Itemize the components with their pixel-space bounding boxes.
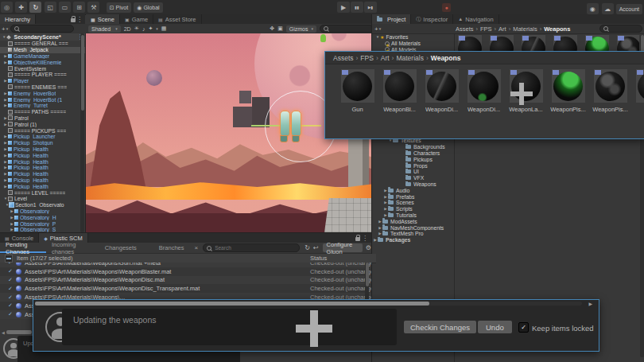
row-checkbox[interactable]: ✓ — [8, 263, 16, 266]
undo-changes-icon[interactable]: ↩ — [313, 244, 319, 251]
project-folder-item[interactable]: ▶ NavMeshComponents — [372, 224, 453, 231]
project-folder-item[interactable]: Characters — [372, 150, 453, 157]
tab-game[interactable]: ▣Game — [120, 14, 153, 24]
tab-asset-store[interactable]: ▤Asset Store — [153, 14, 201, 24]
hierarchy-item[interactable]: ▶ Pickup_Health › — [0, 183, 85, 189]
gizmos-dropdown[interactable]: Gizmos ▾ — [286, 25, 316, 33]
services-icon[interactable]: ◉ — [587, 3, 599, 14]
hierarchy-scrollbar[interactable] — [80, 33, 84, 232]
callout-hscroll-thumb[interactable] — [35, 302, 429, 306]
hierarchy-item[interactable]: ===== PATHS ===== — [0, 109, 85, 115]
hierarchy-item[interactable]: ▶ Patrol (1) — [0, 121, 85, 127]
cloud-icon[interactable]: ☁ — [602, 3, 614, 14]
hscroll-thumb[interactable] — [6, 330, 32, 334]
project-folder-item[interactable]: ▶ Packages — [372, 237, 453, 243]
hierarchy-item[interactable]: ▶ Enemy_HoverBot (1 › — [0, 96, 85, 103]
hierarchy-item[interactable]: ▶ Pickup_Health › — [0, 152, 85, 158]
material-item[interactable]: We... — [631, 69, 644, 113]
hierarchy-item[interactable]: ▼ Section1_Observato › — [0, 202, 85, 208]
hierarchy-item[interactable]: ===== ENEMIES === — [0, 84, 85, 91]
effects-dropdown-icon[interactable]: ▾ — [156, 26, 158, 31]
material-item[interactable]: WeaponPis... — [547, 69, 589, 113]
scm-search-field[interactable] — [203, 243, 300, 252]
rect-tool-button[interactable]: ▭ — [59, 2, 71, 13]
effects-toggle-icon[interactable]: ✦ — [148, 25, 153, 32]
step-button[interactable]: ▶▮ — [364, 2, 377, 13]
hierarchy-item[interactable]: ▶ Pickup_Launcher › — [0, 134, 85, 140]
hierarchy-item[interactable]: ▶ Observatory_H › — [0, 214, 85, 220]
breadcrumb-item[interactable]: Art — [499, 25, 513, 33]
breadcrumb-item[interactable]: Art — [381, 54, 397, 62]
hierarchy-item[interactable]: ▶ Pickup_Health › — [0, 158, 85, 165]
checkin-comment-input[interactable]: Updating the weapons — [62, 309, 397, 345]
keep-items-locked-label[interactable]: Keep items locked — [532, 324, 594, 333]
breadcrumb-item[interactable]: Assets — [456, 25, 480, 33]
hierarchy-item[interactable]: Mesh_Jetpack — [0, 47, 85, 53]
tab-inspector[interactable]: ⓘInspector — [411, 14, 453, 24]
project-folder-item[interactable]: Pickups — [372, 156, 453, 162]
row-checkbox[interactable]: ✓ — [8, 311, 16, 317]
hierarchy-item[interactable]: ▶ Observatory › — [0, 208, 85, 215]
material-thumbnail[interactable] — [552, 69, 585, 103]
global-toggle[interactable]: ◉ Global — [134, 2, 162, 13]
project-folder-item[interactable]: ▶ ModAssets — [372, 218, 453, 224]
close-tab-icon[interactable]: × — [195, 244, 199, 251]
hierarchy-item[interactable]: ▶ Pickup_Health › — [0, 177, 85, 184]
scm-menu-icon[interactable]: ⋮ — [362, 235, 368, 242]
material-item[interactable]: WeaponBl... — [378, 69, 421, 113]
hierarchy-item[interactable]: ▶ Pickup_Health › — [0, 165, 85, 171]
project-folder-item[interactable]: VFX — [372, 175, 453, 181]
breadcrumb-item[interactable]: Weapons — [544, 25, 575, 33]
lock-icon[interactable] — [71, 17, 76, 24]
material-thumbnail[interactable] — [425, 69, 459, 103]
tab-project[interactable]: Project — [372, 14, 411, 24]
pending-change-row[interactable]: ✓ Assets\FPS\Art\Materials\Weapons\Weapo… — [0, 284, 371, 293]
hierarchy-item[interactable]: ▶ GameManager › — [0, 53, 85, 60]
audio-toggle-icon[interactable]: ♪ — [142, 26, 145, 32]
scene-header-row[interactable]: ▼ SecondaryScene* ⋮ — [0, 33, 85, 41]
refresh-icon[interactable]: ↻ — [305, 244, 310, 251]
project-tree-item[interactable]: ★ All Materials — [372, 41, 453, 47]
status-column-header[interactable]: Status — [310, 255, 327, 262]
hierarchy-search-input[interactable] — [10, 25, 74, 33]
jetpack-object[interactable] — [280, 111, 301, 142]
add-object-dropdown-icon[interactable]: ▾ — [6, 26, 9, 31]
row-checkbox[interactable]: ✓ — [8, 268, 16, 274]
hierarchy-item[interactable]: EventSystem — [0, 65, 85, 72]
hierarchy-item[interactable]: ===== PICKUPS === — [0, 127, 85, 134]
item-column-header[interactable]: Item (17/27 selected) — [17, 255, 72, 262]
custom-tool-button[interactable]: ⚒ — [87, 2, 99, 13]
subtab-branches[interactable]: Branches — [153, 243, 190, 253]
project-folder-item[interactable]: ▶ Scenes — [372, 200, 453, 206]
select-all-checkbox[interactable] — [5, 255, 13, 263]
pending-change-row[interactable]: ✓ Assets\FPS\Art\Materials\Weapons\Weapo… — [0, 267, 371, 276]
material-item[interactable]: WeaponDi... — [463, 69, 505, 113]
shading-mode-dropdown[interactable]: Shaded ▾ — [88, 25, 121, 33]
row-checkbox[interactable]: ✓ — [8, 277, 16, 283]
material-item[interactable]: WeaponDi... — [421, 69, 463, 113]
tab-navigation[interactable]: ▲Navigation — [453, 14, 499, 24]
material-item[interactable]: WeaponPis... — [589, 69, 631, 113]
add-object-button[interactable]: + — [2, 25, 6, 33]
breadcrumb-item[interactable]: FPS — [360, 54, 380, 62]
move-tool-button[interactable]: ✚ — [15, 2, 27, 13]
undo-button[interactable]: Undo — [478, 321, 512, 333]
pivot-toggle[interactable]: ⊡ Pivot — [107, 2, 131, 13]
hierarchy-item[interactable]: ▶ Patrol — [0, 115, 85, 122]
camera-settings-icon[interactable]: ▣ — [277, 25, 283, 32]
hierarchy-item[interactable]: ▶ Observatory_P › — [0, 220, 85, 227]
project-folder-item[interactable]: UI — [372, 169, 453, 175]
material-thumbnail[interactable] — [341, 69, 374, 103]
hierarchy-menu-icon[interactable]: ⋮ — [76, 16, 83, 23]
transform-tool-button[interactable]: ⊞ — [73, 2, 85, 13]
hidden-objects-icon[interactable]: ▦ — [161, 25, 167, 32]
breadcrumb-item[interactable]: Assets — [333, 54, 360, 62]
grid-visibility-icon[interactable]: ✥ — [270, 25, 274, 32]
create-asset-dropdown-icon[interactable]: ▾ — [379, 26, 382, 31]
checkin-changes-button[interactable]: Checkin Changes — [404, 321, 476, 333]
material-thumbnail[interactable] — [636, 69, 644, 103]
breadcrumb-item[interactable]: Materials — [513, 25, 544, 33]
keep-items-locked-checkbox[interactable]: ✓ — [518, 322, 529, 333]
project-folder-item[interactable]: ▶ TextMesh Pro — [372, 231, 453, 237]
hierarchy-item[interactable]: ▶ Pickup_Shotgun › — [0, 140, 85, 146]
